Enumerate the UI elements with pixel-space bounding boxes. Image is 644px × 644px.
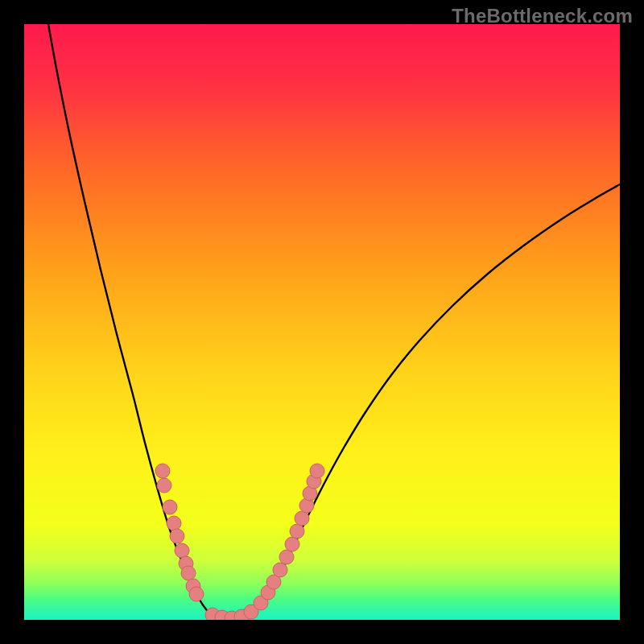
highlight-dot (295, 511, 309, 526)
highlight-dot (310, 464, 324, 478)
highlight-dot (290, 524, 304, 539)
plot-area (24, 24, 620, 620)
highlight-dot (285, 537, 299, 551)
highlight-dot (157, 478, 171, 493)
highlight-dot (189, 587, 204, 601)
bottleneck-curve (48, 24, 620, 619)
highlight-dot (181, 566, 196, 580)
highlight-dots-group (155, 464, 324, 620)
outer-frame: TheBottleneck.com (0, 0, 644, 644)
highlight-dot (163, 500, 177, 514)
highlight-dot (175, 543, 189, 558)
highlight-dot (273, 563, 287, 577)
curve-layer (24, 24, 620, 620)
highlight-dot (170, 529, 184, 543)
highlight-dot (167, 516, 181, 530)
highlight-dot (279, 550, 294, 564)
highlight-dot (155, 464, 170, 478)
